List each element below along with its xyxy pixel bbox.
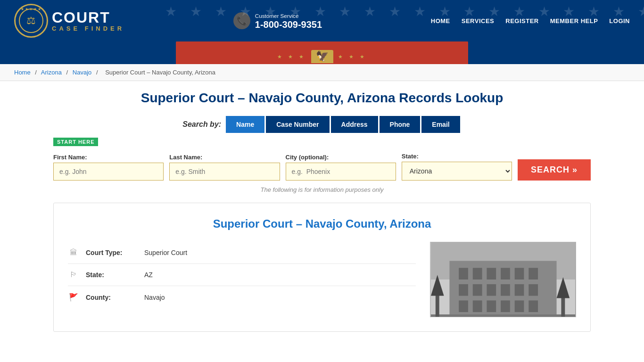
svg-rect-4 <box>473 268 482 280</box>
svg-rect-15 <box>459 300 468 312</box>
customer-service-label: Customer Service <box>255 13 299 19</box>
logo-court-text: COURT <box>52 10 124 25</box>
logo-emblem: ⚖ <box>19 8 43 33</box>
stars-right: ★ ★ ★ <box>338 54 367 60</box>
stars-left: ★ ★ ★ <box>277 54 306 60</box>
city-label: City (optional): <box>286 154 396 161</box>
svg-rect-21 <box>431 314 575 317</box>
logo-circle: ⚖ ★★★★★ <box>14 4 48 38</box>
first-name-input[interactable] <box>53 163 164 181</box>
svg-rect-12 <box>501 284 510 296</box>
svg-rect-18 <box>501 300 510 312</box>
eagle-icon: 🦅 <box>311 50 333 63</box>
building-icon: 🏛 <box>68 248 79 257</box>
last-name-group: Last Name: <box>169 154 280 181</box>
logo-text: COURT CASE FINDER <box>52 10 124 32</box>
court-building-image <box>430 242 576 317</box>
main-nav: HOME SERVICES REGISTER MEMBER HELP LOGIN <box>431 17 630 25</box>
info-note: The following is for information purpose… <box>53 186 591 193</box>
start-here-badge: START HERE <box>53 138 98 146</box>
flag-small-icon: 🚩 <box>68 293 79 302</box>
building-svg <box>430 242 576 317</box>
tab-case-number[interactable]: Case Number <box>266 116 329 133</box>
nav-member-help[interactable]: MEMBER HELP <box>550 17 598 25</box>
site-header: ⚖ ★★★★★ COURT CASE FINDER 📞 Customer Ser… <box>0 0 644 41</box>
svg-rect-20 <box>528 300 538 312</box>
county-value: Navajo <box>144 294 165 301</box>
svg-rect-5 <box>487 268 496 280</box>
nav-login[interactable]: LOGIN <box>609 17 630 25</box>
svg-rect-6 <box>501 268 510 280</box>
court-type-label: Court Type: <box>86 249 138 256</box>
info-card-title: Superior Court – Navajo County, Arizona <box>68 217 576 230</box>
state-label: State: <box>402 153 512 160</box>
breadcrumb-sep3: / <box>96 69 99 76</box>
svg-rect-7 <box>515 268 524 280</box>
phone-icon: 📞 <box>233 12 250 29</box>
info-card: Superior Court – Navajo County, Arizona … <box>53 203 591 332</box>
search-by-label: Search by: <box>182 120 221 129</box>
tab-phone[interactable]: Phone <box>380 116 421 133</box>
form-container: START HERE First Name: Last Name: City (… <box>53 138 591 181</box>
info-details: 🏛 Court Type: Superior Court 🏳 State: AZ… <box>68 242 416 317</box>
info-row-county: 🚩 County: Navajo <box>68 286 416 308</box>
svg-rect-24 <box>561 296 565 317</box>
phone-details: Customer Service 1-800-309-9351 <box>255 12 322 30</box>
main-content: Superior Court – Navajo County, Arizona … <box>44 81 600 341</box>
tab-email[interactable]: Email <box>421 116 460 133</box>
logo-area: ⚖ ★★★★★ COURT CASE FINDER <box>14 4 124 38</box>
city-input[interactable] <box>286 163 396 181</box>
first-name-label: First Name: <box>53 154 164 161</box>
breadcrumb-home[interactable]: Home <box>14 69 31 76</box>
svg-rect-11 <box>487 284 496 296</box>
state-select[interactable]: Arizona Alabama Alaska California Colora… <box>402 162 512 181</box>
svg-rect-10 <box>473 284 482 296</box>
phone-area: 📞 Customer Service 1-800-309-9351 <box>233 12 322 30</box>
svg-rect-16 <box>473 300 482 312</box>
last-name-label: Last Name: <box>169 154 280 161</box>
svg-rect-19 <box>515 300 524 312</box>
tab-address[interactable]: Address <box>331 116 378 133</box>
breadcrumb-sep1: / <box>35 69 37 76</box>
court-type-value: Superior Court <box>144 249 187 256</box>
svg-rect-14 <box>528 284 538 296</box>
svg-rect-3 <box>459 268 468 280</box>
nav-register[interactable]: REGISTER <box>505 17 538 25</box>
svg-rect-13 <box>515 284 524 296</box>
nav-services[interactable]: SERVICES <box>462 17 495 25</box>
state-value: AZ <box>144 271 153 279</box>
eagle-banner: ★ ★ ★ 🦅 ★ ★ ★ <box>0 41 644 64</box>
last-name-input[interactable] <box>169 163 280 181</box>
info-card-body: 🏛 Court Type: Superior Court 🏳 State: AZ… <box>68 242 576 317</box>
breadcrumb-current: Superior Court – Navajo County, Arizona <box>105 69 215 76</box>
flag-icon: 🏳 <box>68 271 79 279</box>
breadcrumb: Home / Arizona / Navajo / Superior Court… <box>0 64 644 81</box>
city-group: City (optional): <box>286 154 396 181</box>
search-section: Search by: Name Case Number Address Phon… <box>53 116 591 193</box>
info-row-court-type: 🏛 Court Type: Superior Court <box>68 242 416 264</box>
search-button[interactable]: SEARCH » <box>518 159 591 181</box>
phone-number: 1-800-309-9351 <box>255 19 322 30</box>
tab-name[interactable]: Name <box>226 116 264 133</box>
breadcrumb-sep2: / <box>66 69 68 76</box>
state-group: State: Arizona Alabama Alaska California… <box>402 153 512 181</box>
svg-rect-17 <box>487 300 496 312</box>
svg-rect-22 <box>436 294 439 317</box>
logo-stars: ★★★★★ <box>21 7 42 11</box>
svg-rect-9 <box>459 284 468 296</box>
search-by-row: Search by: Name Case Number Address Phon… <box>53 116 591 133</box>
search-form-row: First Name: Last Name: City (optional): … <box>53 153 591 181</box>
first-name-group: First Name: <box>53 154 164 181</box>
county-label: County: <box>86 294 138 301</box>
breadcrumb-state[interactable]: Arizona <box>41 69 62 76</box>
svg-rect-8 <box>528 268 538 280</box>
eagle-row: ★ ★ ★ 🦅 ★ ★ ★ <box>0 50 644 63</box>
breadcrumb-county[interactable]: Navajo <box>73 69 91 76</box>
state-label-info: State: <box>86 271 138 279</box>
logo-case-finder-text: CASE FINDER <box>52 25 124 32</box>
page-title: Superior Court – Navajo County, Arizona … <box>53 90 591 106</box>
nav-home[interactable]: HOME <box>431 17 450 25</box>
info-row-state: 🏳 State: AZ <box>68 264 416 286</box>
